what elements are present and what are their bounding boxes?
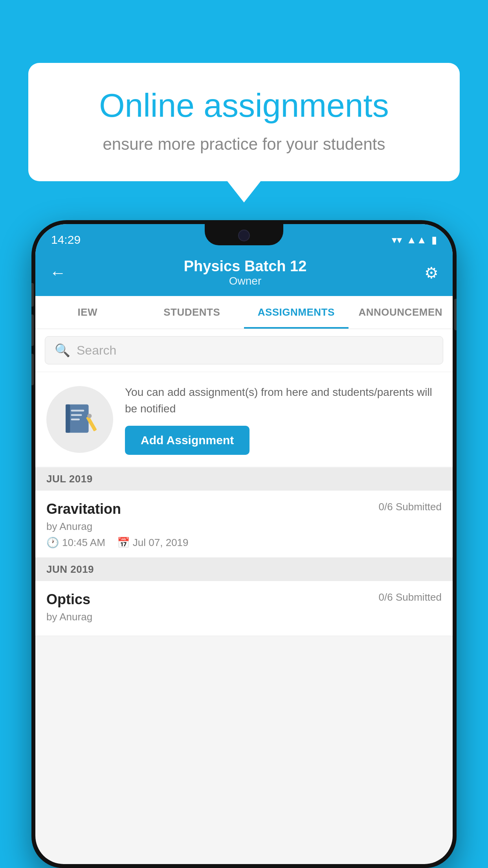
calendar-icon: 📅	[117, 537, 130, 549]
meta-date: 📅 Jul 07, 2019	[117, 537, 189, 549]
promo-card: Online assignments ensure more practice …	[28, 63, 460, 181]
batch-role: Owner	[66, 275, 424, 287]
volume-down-button	[31, 314, 34, 346]
svg-rect-4	[71, 419, 80, 421]
silent-button	[31, 354, 34, 385]
search-bar[interactable]: 🔍 Search	[45, 336, 443, 364]
signal-icon: ▲▲	[407, 234, 427, 246]
section-header-jul: JUL 2019	[35, 467, 453, 491]
assignment-author-gravitation: by Anurag	[46, 520, 442, 533]
volume-up-button	[31, 283, 34, 307]
assignment-item-optics[interactable]: Optics 0/6 Submitted by Anurag	[35, 581, 453, 636]
promo-subtitle: ensure more practice for your students	[56, 135, 432, 154]
assignment-author-optics: by Anurag	[46, 611, 442, 623]
wifi-icon: ▾▾	[392, 234, 402, 246]
section-header-jun: JUN 2019	[35, 558, 453, 581]
assignment-item-gravitation[interactable]: Gravitation 0/6 Submitted by Anurag 🕐 10…	[35, 491, 453, 558]
search-container: 🔍 Search	[35, 329, 453, 371]
status-time: 14:29	[51, 233, 81, 246]
header-center: Physics Batch 12 Owner	[66, 258, 424, 287]
settings-button[interactable]: ⚙	[424, 264, 438, 282]
back-button[interactable]: ←	[50, 263, 66, 282]
power-button	[454, 299, 457, 330]
assignment-title-gravitation: Gravitation	[46, 501, 121, 517]
meta-time: 🕐 10:45 AM	[46, 537, 105, 549]
add-description: You can add assignment(s) from here and …	[125, 384, 442, 417]
add-assignment-section: You can add assignment(s) from here and …	[35, 372, 453, 467]
front-camera	[238, 230, 250, 241]
phone-notch	[205, 224, 283, 245]
assignment-top-optics: Optics 0/6 Submitted	[46, 591, 442, 608]
phone-screen: 14:29 ▾▾ ▲▲ ▮ ← Physics Batch 12 Owner ⚙…	[35, 224, 453, 864]
add-right: You can add assignment(s) from here and …	[125, 384, 442, 455]
tab-overview[interactable]: IEW	[35, 296, 140, 329]
status-icons: ▾▾ ▲▲ ▮	[392, 234, 437, 246]
notebook-icon-wrap	[46, 386, 113, 453]
assignment-top: Gravitation 0/6 Submitted	[46, 501, 442, 517]
clock-icon: 🕐	[46, 537, 59, 549]
svg-rect-1	[66, 405, 70, 433]
assignment-date: Jul 07, 2019	[133, 537, 189, 549]
speech-bubble: Online assignments ensure more practice …	[28, 63, 460, 181]
tab-assignments[interactable]: ASSIGNMENTS	[244, 296, 349, 329]
phone-frame: 14:29 ▾▾ ▲▲ ▮ ← Physics Batch 12 Owner ⚙…	[31, 220, 457, 868]
assignment-title-optics: Optics	[46, 591, 90, 608]
assignment-meta-gravitation: 🕐 10:45 AM 📅 Jul 07, 2019	[46, 537, 442, 549]
search-placeholder: Search	[77, 343, 116, 358]
assignment-submitted-gravitation: 0/6 Submitted	[379, 501, 442, 513]
svg-rect-2	[71, 410, 84, 412]
search-icon: 🔍	[55, 343, 70, 358]
svg-point-6	[87, 414, 92, 418]
batch-title: Physics Batch 12	[66, 258, 424, 275]
add-assignment-button[interactable]: Add Assignment	[125, 426, 250, 455]
svg-rect-3	[71, 414, 82, 416]
assignment-time: 10:45 AM	[62, 537, 105, 549]
notebook-icon	[62, 402, 97, 437]
tabs-bar: IEW STUDENTS ASSIGNMENTS ANNOUNCEMEN	[35, 296, 453, 329]
tab-students[interactable]: STUDENTS	[140, 296, 244, 329]
app-header: ← Physics Batch 12 Owner ⚙	[35, 251, 453, 296]
battery-icon: ▮	[431, 234, 437, 246]
promo-title: Online assignments	[56, 86, 432, 125]
tab-announcements[interactable]: ANNOUNCEMEN	[349, 296, 453, 329]
assignment-submitted-optics: 0/6 Submitted	[379, 591, 442, 603]
